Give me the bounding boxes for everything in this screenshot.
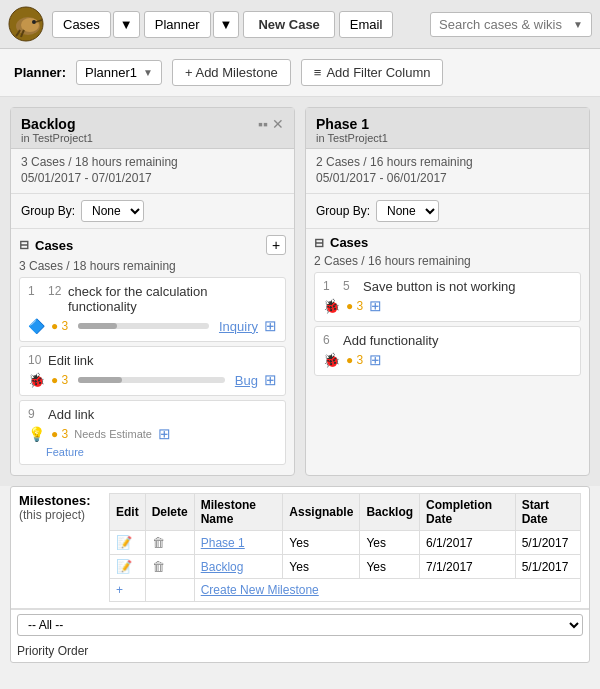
case-2-tag[interactable]: Bug	[235, 373, 258, 388]
case-3-grid-icon[interactable]: ⊞	[158, 425, 171, 443]
svg-point-3	[32, 20, 36, 24]
phase1-cases-header: ⊟ Cases	[314, 235, 581, 250]
p1-case-1-title[interactable]: Save button is not working	[363, 279, 572, 294]
backlog-group-by: Group By: None	[11, 194, 294, 229]
p1-case-1-num: 1	[323, 279, 339, 293]
search-input[interactable]	[439, 17, 569, 32]
phase1-title: Phase 1	[316, 116, 388, 132]
phase1-collapse-icon[interactable]: ⊟	[314, 236, 324, 250]
col-backlog: Backlog	[360, 494, 420, 531]
col-start: Start Date	[515, 494, 580, 531]
phase1-group-by: Group By: None	[306, 194, 589, 229]
phase1-project: in TestProject1	[316, 132, 388, 144]
top-nav: Cases ▼ Planner ▼ New Case Email ▼	[0, 0, 600, 49]
milestone-2-edit[interactable]: 📝	[110, 555, 146, 579]
milestones-section: Milestones: (this project) Edit Delete M…	[10, 486, 590, 663]
create-milestone-link[interactable]: Create New Milestone	[194, 579, 580, 602]
planner-select[interactable]: Planner1 ▼	[76, 60, 162, 85]
kiwi-logo-icon	[8, 6, 44, 42]
case-1-title[interactable]: check for the calculation functionality	[68, 284, 277, 314]
backlog-group-by-select[interactable]: None	[81, 200, 144, 222]
case-3-title[interactable]: Add link	[48, 407, 277, 422]
milestone-filter-select[interactable]: -- All --	[17, 614, 583, 636]
case-2-priority: ● 3	[51, 373, 68, 387]
case-1-grid-icon[interactable]: ⊞	[264, 317, 277, 335]
add-milestone-button[interactable]: + Add Milestone	[172, 59, 291, 86]
phase1-section-title: ⊟ Cases	[314, 235, 368, 250]
backlog-collapse-icon[interactable]: ⊟	[19, 238, 29, 252]
phase1-cases-count: 2 Cases / 16 hours remaining	[316, 155, 579, 169]
col-edit: Edit	[110, 494, 146, 531]
milestones-label-group: Milestones: (this project)	[19, 493, 109, 522]
case-3-tag[interactable]: Needs Estimate	[74, 428, 152, 440]
milestones-header-row: Milestones: (this project) Edit Delete M…	[11, 487, 589, 609]
create-milestone-plus-cell[interactable]: +	[110, 579, 146, 602]
p1-case-2-priority: ● 3	[346, 353, 363, 367]
p1-case-2-type-icon: 🐞	[323, 352, 340, 368]
planner-select-caret-icon: ▼	[143, 67, 153, 78]
backlog-collapse-button[interactable]: ▪▪	[258, 116, 268, 132]
planner-bar: Planner: Planner1 ▼ + Add Milestone ≡ Ad…	[0, 49, 600, 97]
case-3-num: 9	[28, 407, 44, 421]
p1-case-1-id: 5	[343, 279, 359, 293]
backlog-cases-section: ⊟ Cases + 3 Cases / 18 hours remaining 1…	[11, 229, 294, 475]
milestone-1-delete[interactable]: 🗑	[145, 531, 194, 555]
col-completion: Completion Date	[420, 494, 516, 531]
case-1-tag[interactable]: Inquiry	[219, 319, 258, 334]
backlog-group-by-label: Group By:	[21, 204, 75, 218]
phase1-header: Phase 1 in TestProject1	[306, 108, 589, 149]
search-bar: ▼	[430, 12, 592, 37]
milestones-sublabel: (this project)	[19, 508, 109, 522]
milestone-2-start: 5/1/2017	[515, 555, 580, 579]
backlog-close-button[interactable]: ✕	[272, 116, 284, 132]
p1-case-1-grid-icon[interactable]: ⊞	[369, 297, 382, 315]
p1-case-2-title[interactable]: Add functionality	[343, 333, 572, 348]
milestone-row-1: 📝 🗑 Phase 1 Yes Yes 6/1/2017 5/1/2017	[110, 531, 581, 555]
case-1-priority: ● 3	[51, 319, 68, 333]
case-2-title[interactable]: Edit link	[48, 353, 277, 368]
milestone-2-name[interactable]: Backlog	[194, 555, 283, 579]
cases-nav-button[interactable]: Cases	[52, 11, 111, 38]
milestone-1-edit[interactable]: 📝	[110, 531, 146, 555]
main-columns: Backlog in TestProject1 ▪▪ ✕ 3 Cases / 1…	[0, 97, 600, 486]
case-3-type-icon: 💡	[28, 426, 45, 442]
case-2-grid-icon[interactable]: ⊞	[264, 371, 277, 389]
case-3-priority: ● 3	[51, 427, 68, 441]
milestone-2-backlog: Yes	[360, 555, 420, 579]
edit-icon: 📝	[116, 535, 132, 550]
backlog-case-item-1: 1 12 check for the calculation functiona…	[19, 277, 286, 342]
priority-order-label: Priority Order	[11, 640, 589, 662]
p1-case-2-grid-icon[interactable]: ⊞	[369, 351, 382, 369]
case-1-id: 12	[48, 284, 64, 298]
backlog-section-title: ⊟ Cases	[19, 238, 73, 253]
cases-dropdown-button[interactable]: ▼	[113, 11, 140, 38]
backlog-header: Backlog in TestProject1 ▪▪ ✕	[11, 108, 294, 149]
milestone-2-delete[interactable]: 🗑	[145, 555, 194, 579]
add-filter-column-button[interactable]: ≡ Add Filter Column	[301, 59, 444, 86]
create-milestone-row: + Create New Milestone	[110, 579, 581, 602]
planner-dropdown-button[interactable]: ▼	[213, 11, 240, 38]
case-1-type-icon: 🔷	[28, 318, 45, 334]
milestone-1-name[interactable]: Phase 1	[194, 531, 283, 555]
backlog-case-item-2: 10 Edit link 🐞 ● 3 Bug ⊞	[19, 346, 286, 396]
delete-icon: 🗑	[152, 535, 165, 550]
case-3-feature-label[interactable]: Feature	[46, 446, 277, 458]
delete-icon-2: 🗑	[152, 559, 165, 574]
filter-row: -- All --	[11, 609, 589, 640]
milestones-label: Milestones:	[19, 493, 109, 508]
search-dropdown-icon[interactable]: ▼	[573, 19, 583, 30]
planner-nav-button[interactable]: Planner	[144, 11, 211, 38]
phase1-column: Phase 1 in TestProject1 2 Cases / 16 hou…	[305, 107, 590, 476]
email-button[interactable]: Email	[339, 11, 394, 38]
backlog-cases-count: 3 Cases / 18 hours remaining	[21, 155, 284, 169]
phase1-group-by-select[interactable]: None	[376, 200, 439, 222]
milestones-wrapper: Milestones: (this project) Edit Delete M…	[10, 486, 590, 663]
backlog-column: Backlog in TestProject1 ▪▪ ✕ 3 Cases / 1…	[10, 107, 295, 476]
milestone-1-backlog: Yes	[360, 531, 420, 555]
backlog-add-case-button[interactable]: +	[266, 235, 286, 255]
backlog-title: Backlog	[21, 116, 93, 132]
new-case-button[interactable]: New Case	[243, 11, 334, 38]
case-2-type-icon: 🐞	[28, 372, 45, 388]
filter-table-icon: ≡	[314, 65, 322, 80]
col-delete: Delete	[145, 494, 194, 531]
